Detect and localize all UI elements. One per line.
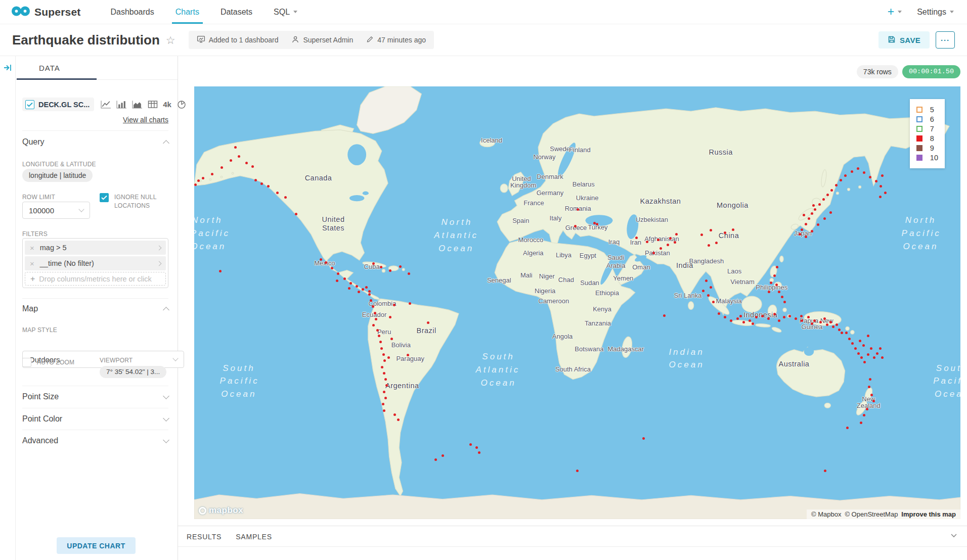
earthquake-point[interactable] bbox=[356, 285, 358, 288]
earthquake-point[interactable] bbox=[407, 354, 409, 356]
earthquake-point[interactable] bbox=[867, 335, 869, 337]
earthquake-point[interactable] bbox=[385, 384, 388, 387]
earthquake-point[interactable] bbox=[475, 446, 478, 449]
earthquake-point[interactable] bbox=[710, 229, 712, 231]
earthquake-point[interactable] bbox=[194, 183, 197, 186]
earthquake-point[interactable] bbox=[667, 244, 669, 246]
filter-pill-mag[interactable]: × mag > 5 bbox=[25, 241, 166, 255]
earthquake-point[interactable] bbox=[773, 274, 776, 277]
earthquake-point[interactable] bbox=[383, 372, 385, 375]
earthquake-point[interactable] bbox=[863, 361, 866, 363]
viz-type-checkbox[interactable] bbox=[25, 100, 34, 109]
earthquake-point[interactable] bbox=[819, 321, 822, 323]
save-button[interactable]: SAVE bbox=[878, 31, 930, 49]
earthquake-point[interactable] bbox=[221, 166, 223, 169]
earthquake-point[interactable] bbox=[823, 217, 826, 220]
earthquake-point[interactable] bbox=[652, 252, 655, 254]
earthquake-point[interactable] bbox=[768, 291, 770, 293]
lon-lat-pill[interactable]: longitude | latitude bbox=[22, 169, 93, 182]
earthquake-point[interactable] bbox=[770, 282, 772, 284]
earthquake-point[interactable] bbox=[859, 340, 861, 342]
earthquake-point[interactable] bbox=[325, 261, 327, 264]
earthquake-point[interactable] bbox=[478, 451, 480, 454]
earthquake-point[interactable] bbox=[835, 184, 838, 186]
earthquake-point[interactable] bbox=[752, 322, 754, 325]
tab-samples[interactable]: SAMPLES bbox=[236, 533, 272, 541]
earthquake-point[interactable] bbox=[814, 208, 816, 211]
earthquake-point[interactable] bbox=[788, 315, 791, 317]
earthquake-point[interactable] bbox=[862, 344, 865, 347]
expand-panel-icon[interactable] bbox=[3, 63, 12, 74]
earthquake-point[interactable] bbox=[870, 394, 873, 396]
tab-data[interactable]: DATA bbox=[39, 64, 60, 72]
mapbox-attribution-link[interactable]: © Mapbox bbox=[811, 510, 841, 518]
earthquake-point[interactable] bbox=[372, 305, 374, 308]
earthquake-point[interactable] bbox=[860, 356, 863, 359]
earthquake-point[interactable] bbox=[832, 325, 834, 328]
earthquake-point[interactable] bbox=[362, 288, 364, 291]
earthquake-point[interactable] bbox=[376, 329, 379, 332]
viz-type-selected[interactable]: DECK.GL SC... bbox=[22, 98, 94, 111]
row-limit-select[interactable]: 100000 bbox=[22, 202, 90, 219]
earthquake-point[interactable] bbox=[234, 146, 237, 149]
earthquake-point[interactable] bbox=[372, 262, 375, 265]
improve-map-link[interactable]: Improve this map bbox=[901, 510, 956, 518]
table-chart-icon[interactable] bbox=[147, 100, 158, 109]
earthquake-point[interactable] bbox=[724, 316, 726, 318]
earthquake-point[interactable] bbox=[773, 313, 776, 315]
legend-item[interactable]: 5 bbox=[916, 105, 938, 114]
earthquake-point[interactable] bbox=[219, 270, 222, 272]
update-chart-button[interactable]: UPDATE CHART bbox=[57, 537, 136, 554]
earthquake-point[interactable] bbox=[829, 321, 832, 323]
earthquake-point[interactable] bbox=[846, 427, 849, 429]
legend-item[interactable]: 8 bbox=[916, 134, 938, 143]
earthquake-point[interactable] bbox=[875, 180, 877, 182]
earthquake-point[interactable] bbox=[375, 318, 377, 320]
earthquake-point[interactable] bbox=[372, 324, 375, 326]
earthquake-point[interactable] bbox=[202, 177, 204, 179]
earthquake-point[interactable] bbox=[851, 342, 854, 345]
superset-logo[interactable]: Superset bbox=[0, 0, 85, 24]
advanced-section-header[interactable]: Advanced bbox=[22, 434, 168, 447]
earthquake-point[interactable] bbox=[365, 286, 368, 289]
earthquake-point[interactable] bbox=[824, 470, 826, 472]
dashboard-count[interactable]: Added to 1 dashboard bbox=[197, 35, 279, 45]
nav-item-dashboards[interactable]: Dashboards bbox=[100, 0, 164, 24]
earthquake-point[interactable] bbox=[761, 315, 764, 317]
earthquake-point[interactable] bbox=[775, 284, 778, 286]
earthquake-point[interactable] bbox=[840, 179, 842, 181]
earthquake-point[interactable] bbox=[799, 233, 801, 236]
earthquake-point[interactable] bbox=[724, 231, 726, 234]
earthquake-point[interactable] bbox=[730, 319, 732, 322]
earthquake-point[interactable] bbox=[320, 258, 322, 261]
earthquake-point[interactable] bbox=[380, 266, 382, 268]
earthquake-point[interactable] bbox=[702, 290, 705, 292]
earthquake-point[interactable] bbox=[817, 223, 819, 226]
earthquake-point[interactable] bbox=[635, 237, 638, 239]
earthquake-point[interactable] bbox=[331, 267, 333, 269]
last-modified[interactable]: 47 minutes ago bbox=[366, 35, 426, 44]
map-section-header[interactable]: Map bbox=[22, 302, 168, 315]
earthquake-point[interactable] bbox=[803, 214, 805, 216]
earthquake-point[interactable] bbox=[574, 225, 577, 227]
earthquake-point[interactable] bbox=[811, 212, 813, 215]
earthquake-point[interactable] bbox=[844, 174, 847, 177]
earthquake-point[interactable] bbox=[577, 208, 579, 211]
earthquake-point[interactable] bbox=[384, 378, 387, 381]
earthquake-point[interactable] bbox=[427, 321, 429, 324]
filter-drop-zone[interactable]: + Drop columns/metrics here or click bbox=[25, 272, 166, 286]
earthquake-point[interactable] bbox=[383, 359, 386, 362]
osm-attribution-link[interactable]: © OpenStreetMap bbox=[845, 510, 898, 518]
earthquake-point[interactable] bbox=[397, 418, 400, 421]
earthquake-point[interactable] bbox=[778, 319, 780, 322]
earthquake-point[interactable] bbox=[873, 356, 875, 359]
nav-item-sql[interactable]: SQL bbox=[263, 0, 308, 24]
nav-item-charts[interactable]: Charts bbox=[165, 0, 210, 24]
earthquake-point[interactable] bbox=[783, 301, 786, 303]
earthquake-point[interactable] bbox=[336, 279, 338, 282]
area-chart-icon[interactable] bbox=[131, 100, 143, 109]
earthquake-point[interactable] bbox=[845, 332, 848, 334]
earthquake-point[interactable] bbox=[390, 338, 393, 340]
earthquake-point[interactable] bbox=[857, 352, 860, 355]
earthquake-point[interactable] bbox=[343, 277, 346, 280]
